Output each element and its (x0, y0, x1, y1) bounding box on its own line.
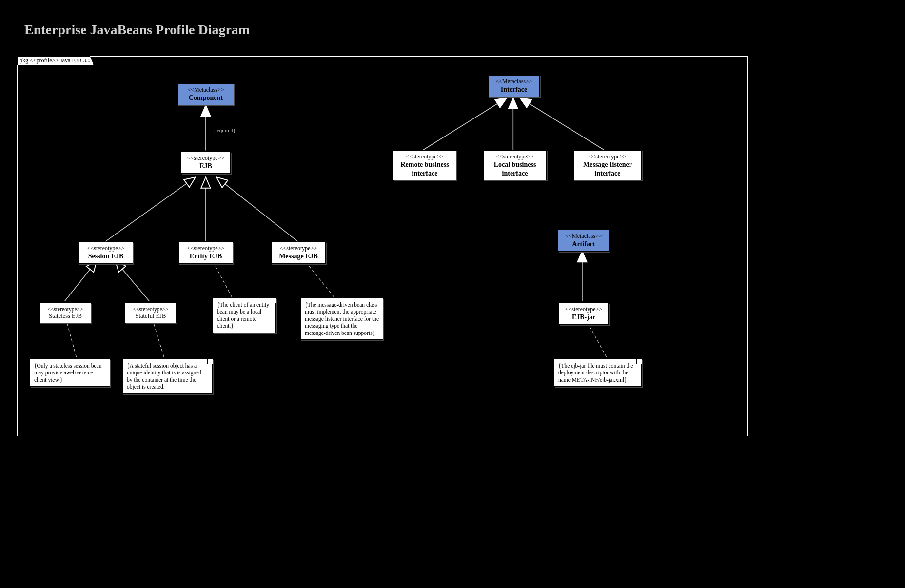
note-ejb-jar: {The ejb-jar file must contain the deplo… (554, 359, 642, 387)
note-message: {The message-driven bean class must impl… (300, 298, 383, 340)
class-name: Stateful EJB (129, 313, 172, 320)
class-name: Component (182, 94, 230, 102)
metaclass-interface: <<Metaclass>> Interface (488, 75, 540, 97)
svg-line-11 (153, 322, 164, 357)
page-title: Enterprise JavaBeans Profile Diagram (24, 22, 250, 38)
stereotype-stateless-ejb: <<stereotype>> Stateless EJB (39, 303, 91, 323)
class-name: Local business interface (488, 160, 542, 177)
class-name: Entity EJB (183, 252, 229, 261)
svg-line-13 (305, 261, 334, 297)
stereotype-ejb-jar: <<stereotype>> EJB-jar (559, 303, 609, 325)
stereotype-label: <<stereotype>> (83, 245, 129, 252)
stereotype-local-business-interface: <<stereotype>> Local business interface (483, 150, 547, 180)
class-name: Message Iistener interface (578, 160, 637, 177)
note-stateful: {A stateful session object has a unique … (122, 359, 213, 394)
stereotype-message-listener-interface: <<stereotype>> Message Iistener interfac… (573, 150, 642, 180)
class-name: Stateless EJB (44, 313, 87, 320)
class-name: Interface (492, 85, 535, 94)
stereotype-label: <<Metaclass>> (182, 86, 230, 94)
stereotype-label: <<stereotype>> (397, 153, 452, 160)
svg-line-12 (213, 261, 232, 297)
class-name: EJB-jar (563, 313, 604, 322)
class-name: Artifact (562, 240, 605, 249)
package-header: pkg <<profile>> Java EJB 3.0 (17, 56, 94, 65)
stereotype-label: <<stereotype>> (275, 245, 321, 252)
svg-line-10 (67, 322, 77, 357)
stereotype-label: <<stereotype>> (578, 153, 637, 160)
svg-line-3 (216, 177, 298, 241)
package-frame: pkg <<profile>> Java EJB 3.0 (17, 56, 748, 436)
class-name: Message EJB (275, 252, 321, 261)
stereotype-entity-ejb: <<stereotype>> Entity EJB (178, 242, 233, 264)
class-name: Session EJB (83, 252, 129, 261)
stereotype-remote-business-interface: <<stereotype>> Remote business interface (393, 150, 456, 180)
stereotype-label: <<Metaclass>> (492, 78, 535, 85)
stereotype-stateful-ejb: <<stereotype>> Stateful EJB (125, 303, 177, 323)
class-name: EJB (185, 162, 226, 171)
svg-line-1 (105, 177, 196, 241)
svg-line-5 (115, 261, 149, 301)
svg-line-4 (65, 261, 97, 301)
stereotype-label: <<stereotype>> (129, 306, 172, 313)
stereotype-label: <<Metaclass>> (562, 233, 605, 240)
svg-line-6 (423, 98, 507, 150)
stereotype-label: <<stereotype>> (563, 306, 604, 313)
stereotype-label: <<stereotype>> (183, 245, 229, 252)
stereotype-label: <<stereotype>> (185, 155, 226, 162)
note-stateless: {Only a stateless session bean may provi… (30, 359, 110, 387)
stereotype-ejb: <<stereotype>> EJB (181, 152, 231, 174)
svg-line-8 (520, 98, 604, 150)
class-name: Remote business interface (397, 160, 452, 177)
stereotype-label: <<stereotype>> (488, 153, 542, 160)
svg-line-14 (587, 322, 607, 357)
metaclass-artifact: <<Metaclass>> Artifact (558, 230, 610, 252)
stereotype-label: <<stereotype>> (44, 306, 87, 313)
metaclass-component: <<Metaclass>> Component (177, 83, 234, 105)
note-entity: {The client of an entity bean may be a l… (213, 298, 276, 333)
required-constraint-label: {required} (213, 127, 236, 133)
stereotype-session-ejb: <<stereotype>> Session EJB (79, 242, 133, 264)
stereotype-message-ejb: <<stereotype>> Message EJB (271, 242, 326, 264)
